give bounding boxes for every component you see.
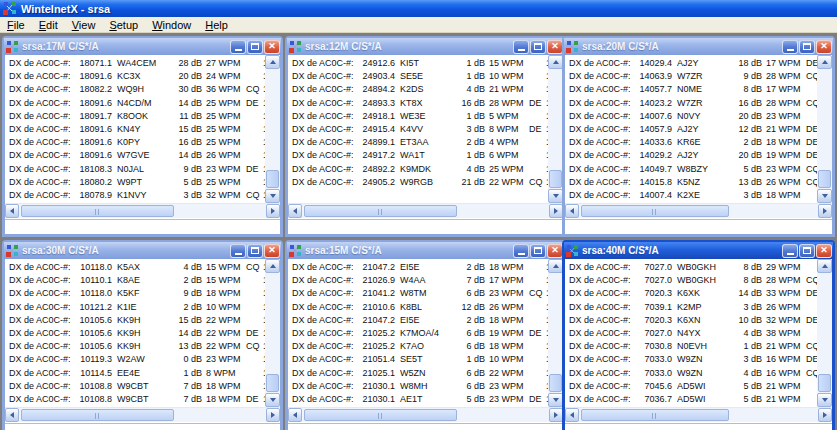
menu-setup[interactable]: Setup: [102, 18, 145, 32]
horizontal-scroll-thumb[interactable]: [304, 205, 457, 217]
vertical-scroll-thumb[interactable]: [549, 170, 562, 188]
spot-row[interactable]: DX de AC0C-#:18091.7K8OOK11 dB25 WPM1859…: [9, 110, 265, 123]
horizontal-scroll-thumb[interactable]: [21, 205, 174, 217]
menu-file[interactable]: File: [0, 18, 32, 32]
menu-help[interactable]: Help: [198, 18, 235, 32]
spot-row[interactable]: DX de AC0C-#:10105.6KK9H13 dB22 WPMCQ181…: [9, 340, 265, 353]
spot-row[interactable]: DX de AC0C-#:10110.1K8AE2 dB15 WPM1653Z: [9, 274, 265, 287]
spot-row[interactable]: DX de AC0C-#:24912.6KI5T1 dB15 WPM1839Z: [292, 57, 548, 70]
menu-window[interactable]: Window: [145, 18, 198, 32]
spot-row[interactable]: DX de AC0C-#:24917.2WA1T1 dB6 WPM1857Z: [292, 149, 548, 162]
spot-row[interactable]: DX de AC0C-#:18091.6KC3X20 dB24 WPM1857Z: [9, 70, 265, 83]
close-button[interactable]: ✕: [547, 40, 563, 54]
spot-row[interactable]: DX de AC0C-#:18091.6N4CD/M14 dB25 WPMDE1…: [9, 97, 265, 110]
scroll-down-button[interactable]: [548, 393, 563, 407]
scroll-left-button[interactable]: [288, 204, 302, 218]
scroll-down-button[interactable]: [817, 393, 832, 407]
spot-row[interactable]: DX de AC0C-#:18080.2W9PT5 dB25 WPM1904Z: [9, 176, 265, 189]
vertical-scrollbar[interactable]: [817, 259, 832, 407]
scroll-up-button[interactable]: [265, 259, 280, 273]
vertical-scroll-thumb[interactable]: [818, 374, 831, 392]
scroll-left-button[interactable]: [565, 204, 579, 218]
spot-row[interactable]: DX de AC0C-#:24893.3KT8X16 dB28 WPMDE184…: [292, 97, 548, 110]
child-titlebar[interactable]: srsa:17M C/S*/A ✕: [4, 38, 281, 55]
spot-row[interactable]: DX de AC0C-#:14007.4K2XE3 dB18 WPM1906Z: [569, 189, 817, 202]
spot-row[interactable]: DX de AC0C-#:14029.2AJ2Y20 dB19 WPMDE190…: [569, 149, 817, 162]
spot-row[interactable]: DX de AC0C-#:14057.7N0ME8 dB17 WPM1905Z: [569, 83, 817, 96]
maximize-button[interactable]: [247, 244, 263, 258]
spot-row[interactable]: DX de AC0C-#:7033.0W9ZN3 dB16 WPMDE1440Z: [569, 353, 817, 366]
child-titlebar[interactable]: srsa:30M C/S*/A ✕: [4, 242, 281, 259]
spot-row[interactable]: DX de AC0C-#:10105.6KK9H15 dB22 WPM1809Z: [9, 314, 265, 327]
scroll-up-button[interactable]: [817, 55, 832, 69]
spot-row[interactable]: DX de AC0C-#:21041.2W8TM6 dB23 WPMCQ1807…: [292, 287, 548, 300]
minimize-button[interactable]: [513, 40, 529, 54]
spot-row[interactable]: DX de AC0C-#:24903.4SE5E1 dB10 WPM1843Z: [292, 70, 548, 83]
scroll-up-button[interactable]: [265, 55, 280, 69]
scroll-left-button[interactable]: [5, 408, 19, 422]
spot-row[interactable]: DX de AC0C-#:14049.7W8BZY5 dB23 WPMCQ190…: [569, 163, 817, 176]
horizontal-scrollbar[interactable]: [288, 204, 563, 218]
scroll-down-button[interactable]: [265, 393, 280, 407]
minimize-button[interactable]: [513, 244, 529, 258]
scroll-right-button[interactable]: [549, 204, 563, 218]
spot-row[interactable]: DX de AC0C-#:18082.2WQ9H30 dB36 WPMCQ185…: [9, 83, 265, 96]
vertical-scrollbar[interactable]: [265, 259, 280, 407]
spot-row[interactable]: DX de AC0C-#:10118.0K5AX4 dB15 WPMCQ1652…: [9, 261, 265, 274]
spot-row[interactable]: DX de AC0C-#:24905.2W9RGB21 dB22 WPMCQ19…: [292, 176, 548, 189]
vertical-scrollbar[interactable]: [265, 55, 280, 203]
spot-row[interactable]: DX de AC0C-#:24892.2K9MDK4 dB25 WPM1859Z: [292, 163, 548, 176]
scroll-right-button[interactable]: [266, 204, 280, 218]
spot-row[interactable]: DX de AC0C-#:21030.1AE1T5 dB23 WPMDE1905…: [292, 393, 548, 406]
spot-row[interactable]: DX de AC0C-#:10108.8W9CBT7 dB18 WPMDE185…: [9, 393, 265, 406]
horizontal-scrollbar[interactable]: [565, 204, 832, 218]
vertical-scrollbar[interactable]: [548, 259, 563, 407]
spot-row[interactable]: DX de AC0C-#:21030.1W8MH6 dB23 WPM1905Z: [292, 380, 548, 393]
minimize-button[interactable]: [782, 40, 798, 54]
horizontal-scroll-thumb[interactable]: [581, 409, 729, 421]
spot-row[interactable]: DX de AC0C-#:21025.2K7MOA/46 dB19 WPMDE1…: [292, 327, 548, 340]
scroll-down-button[interactable]: [265, 189, 280, 203]
spot-row[interactable]: DX de AC0C-#:24899.1ET3AA2 dB4 WPM1855Z: [292, 136, 548, 149]
spot-row[interactable]: DX de AC0C-#:7020.3K6XN10 dB32 WPMDE1259…: [569, 314, 817, 327]
vertical-scrollbar[interactable]: [817, 55, 832, 203]
command-input[interactable]: [288, 219, 563, 234]
spot-row[interactable]: DX de AC0C-#:7027.0WB0GKH8 dB28 WPMCQ124…: [569, 274, 817, 287]
close-button[interactable]: ✕: [816, 244, 832, 258]
spot-row[interactable]: DX de AC0C-#:14023.2W7ZR16 dB28 WPMCQ190…: [569, 97, 817, 110]
minimize-button[interactable]: [230, 40, 246, 54]
scroll-right-button[interactable]: [818, 204, 832, 218]
horizontal-scroll-thumb[interactable]: [21, 409, 174, 421]
vertical-scroll-track[interactable]: [548, 69, 563, 189]
child-titlebar[interactable]: srsa:20M C/S*/A ✕: [564, 38, 833, 55]
vertical-scroll-track[interactable]: [817, 69, 832, 189]
vertical-scrollbar[interactable]: [548, 55, 563, 203]
horizontal-scrollbar[interactable]: [288, 408, 563, 422]
spot-row[interactable]: DX de AC0C-#:7020.3K6XK14 dB33 WPMDE1255…: [569, 287, 817, 300]
scroll-right-button[interactable]: [818, 408, 832, 422]
horizontal-scroll-track[interactable]: [579, 408, 818, 422]
spot-row[interactable]: DX de AC0C-#:21051.4SE5T1 dB10 WPM1844Z: [292, 353, 548, 366]
spot-row[interactable]: DX de AC0C-#:7036.7AD5WI5 dB21 WPM1738Z: [569, 393, 817, 406]
spot-row[interactable]: DX de AC0C-#:18078.9K1NVY3 dB32 WPMCQ190…: [9, 189, 265, 202]
minimize-button[interactable]: [782, 244, 798, 258]
maximize-button[interactable]: [247, 40, 263, 54]
child-titlebar[interactable]: srsa:15M C/S*/A ✕: [287, 242, 564, 259]
main-titlebar[interactable]: WintelnetX - srsa: [0, 0, 837, 17]
spot-row[interactable]: DX de AC0C-#:14063.9W7ZR9 dB28 WPMCQ1905…: [569, 70, 817, 83]
spot-row[interactable]: DX de AC0C-#:18091.6KN4Y15 dB25 WPM1859Z: [9, 123, 265, 136]
scroll-right-button[interactable]: [549, 408, 563, 422]
spot-row[interactable]: DX de AC0C-#:24918.1WE3E1 dB5 WPM1851Z: [292, 110, 548, 123]
scroll-up-button[interactable]: [548, 55, 563, 69]
maximize-button[interactable]: [530, 40, 546, 54]
horizontal-scroll-track[interactable]: [302, 204, 549, 218]
close-button[interactable]: ✕: [816, 40, 832, 54]
spot-row[interactable]: DX de AC0C-#:7033.0W9ZN4 dB16 WPMCQ1441Z: [569, 367, 817, 380]
maximize-button[interactable]: [799, 40, 815, 54]
vertical-scroll-thumb[interactable]: [266, 170, 279, 188]
command-input[interactable]: [288, 423, 563, 430]
spot-row[interactable]: DX de AC0C-#:14033.6KR6E2 dB18 WPMDE1905…: [569, 136, 817, 149]
horizontal-scrollbar[interactable]: [5, 204, 280, 218]
spot-row[interactable]: DX de AC0C-#:18108.3N0JAL9 dB23 WPMDE190…: [9, 163, 265, 176]
spot-row[interactable]: DX de AC0C-#:10114.5EE4E1 dB8 WPM1845Z: [9, 367, 265, 380]
